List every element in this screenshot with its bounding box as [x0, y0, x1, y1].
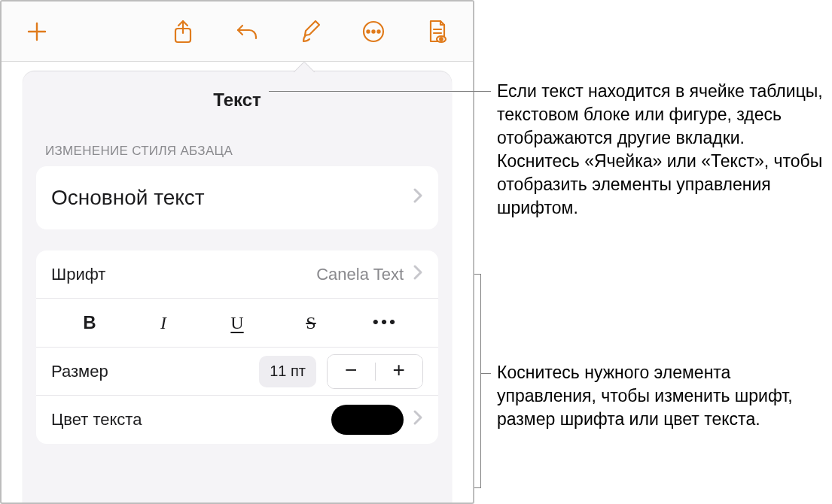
- svg-point-3: [373, 30, 375, 32]
- italic-button[interactable]: I: [126, 303, 200, 342]
- leader-line: [480, 373, 491, 374]
- chevron-right-icon: [413, 187, 423, 208]
- size-value-chip[interactable]: 11 пт: [259, 356, 316, 387]
- font-row[interactable]: Шрифт Canela Text: [36, 250, 438, 299]
- bold-glyph: B: [83, 312, 96, 333]
- leader-line: [269, 91, 491, 92]
- size-stepper: − +: [327, 354, 423, 389]
- paragraph-style-value: Основной текст: [51, 186, 408, 210]
- size-label: Размер: [51, 362, 259, 381]
- size-increase-button[interactable]: +: [376, 355, 423, 388]
- more-glyph: •••: [372, 311, 397, 334]
- strikethrough-button[interactable]: S: [274, 303, 348, 342]
- popover-caret-icon: [294, 62, 315, 72]
- callout-font-controls: Коснитесь нужного элемента управления, ч…: [497, 361, 828, 431]
- share-icon[interactable]: [170, 16, 196, 47]
- text-style-buttons-row: B I U S •••: [36, 299, 438, 348]
- leader-bracket-tick: [474, 487, 481, 488]
- popover-title: Текст: [23, 76, 452, 127]
- size-decrease-button[interactable]: −: [328, 355, 375, 388]
- bold-button[interactable]: B: [53, 303, 126, 342]
- font-controls-card: Шрифт Canela Text B I U S •••: [36, 250, 438, 444]
- paragraph-style-row[interactable]: Основной текст: [36, 166, 438, 229]
- toolbar: [2, 2, 473, 62]
- svg-point-6: [440, 38, 443, 41]
- svg-point-2: [367, 30, 370, 32]
- more-icon[interactable]: [361, 16, 386, 47]
- document-view-icon[interactable]: [425, 16, 450, 47]
- underline-glyph: U: [230, 313, 243, 333]
- chevron-right-icon: [413, 264, 423, 285]
- leader-bracket-vertical: [480, 274, 481, 487]
- undo-icon[interactable]: [234, 16, 260, 47]
- font-size-row: Размер 11 пт − +: [36, 348, 438, 396]
- format-popover: Текст ИЗМЕНЕНИЕ СТИЛЯ АБЗАЦА Основной те…: [23, 71, 452, 502]
- paragraph-style-card: Основной текст: [36, 166, 438, 229]
- strike-glyph: S: [306, 313, 315, 333]
- section-header-paragraph-style: ИЗМЕНЕНИЕ СТИЛЯ АБЗАЦА: [23, 127, 452, 166]
- font-label: Шрифт: [51, 265, 316, 284]
- italic-glyph: I: [160, 313, 166, 333]
- underline-button[interactable]: U: [200, 303, 274, 342]
- text-color-label: Цвет текста: [51, 410, 331, 430]
- text-color-row[interactable]: Цвет текста: [36, 396, 438, 444]
- format-brush-icon[interactable]: [297, 16, 323, 47]
- font-value: Canela Text: [316, 265, 404, 284]
- svg-point-4: [378, 30, 380, 32]
- more-text-options-button[interactable]: •••: [348, 303, 422, 342]
- device-screen: Текст ИЗМЕНЕНИЕ СТИЛЯ АБЗАЦА Основной те…: [0, 0, 474, 504]
- callout-tabs-explanation: Если текст находится в ячейке таблицы, т…: [497, 80, 828, 220]
- leader-bracket-tick: [474, 274, 481, 275]
- color-swatch: [331, 405, 404, 435]
- chevron-right-icon: [413, 409, 423, 430]
- plus-icon[interactable]: [24, 16, 50, 47]
